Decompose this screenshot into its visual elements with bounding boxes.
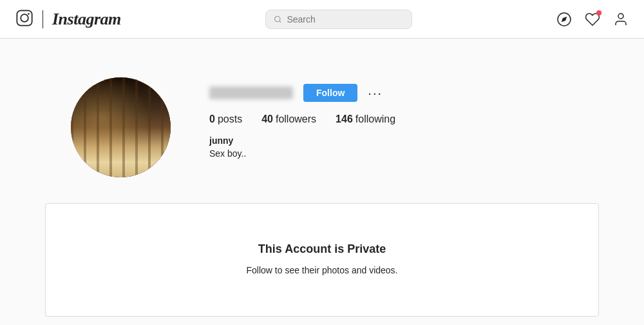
avatar-container <box>71 77 171 177</box>
username-row: Follow ··· <box>209 84 599 102</box>
svg-point-1 <box>21 14 28 22</box>
private-account-card: This Account is Private Follow to see th… <box>45 203 599 317</box>
followers-count: 40 <box>261 113 273 125</box>
svg-line-4 <box>279 21 281 22</box>
svg-marker-6 <box>562 16 567 21</box>
heart-button[interactable] <box>585 12 600 27</box>
instagram-icon <box>15 9 33 30</box>
svg-rect-0 <box>17 10 32 25</box>
search-icon <box>274 15 282 24</box>
svg-point-2 <box>28 13 30 15</box>
more-button[interactable]: ··· <box>368 86 383 101</box>
header-right <box>556 12 629 27</box>
posts-label: posts <box>218 113 242 125</box>
username-blurred <box>209 86 293 99</box>
profile-button[interactable] <box>613 12 629 27</box>
posts-count: 0 <box>209 113 215 125</box>
followers-label: followers <box>276 113 316 125</box>
profile-stats: 0 posts 40 followers 146 following <box>209 113 599 125</box>
notification-dot <box>596 10 601 15</box>
profile-section: Follow ··· 0 posts 40 followers 146 foll… <box>45 64 599 197</box>
header: Instagram <box>0 0 644 39</box>
compass-button[interactable] <box>556 12 572 27</box>
header-divider <box>43 10 43 28</box>
avatar-image <box>71 77 171 177</box>
search-input[interactable] <box>287 14 403 25</box>
private-account-title: This Account is Private <box>59 242 585 256</box>
private-account-description: Follow to see their photos and videos. <box>59 264 585 277</box>
header-center <box>121 10 556 29</box>
following-count: 146 <box>336 113 353 125</box>
main-content: Follow ··· 0 posts 40 followers 146 foll… <box>32 52 612 325</box>
follow-button[interactable]: Follow <box>303 84 357 102</box>
profile-info: Follow ··· 0 posts 40 followers 146 foll… <box>209 77 599 159</box>
person-icon <box>613 12 629 27</box>
profile-bio: Sex boy.. <box>209 148 599 159</box>
header-brand: Instagram <box>52 10 121 29</box>
svg-point-3 <box>274 16 279 21</box>
following-stat[interactable]: 146 following <box>336 113 395 125</box>
avatar <box>71 77 171 177</box>
posts-stat: 0 posts <box>209 113 242 125</box>
header-left: Instagram <box>15 9 121 30</box>
svg-point-7 <box>618 14 623 19</box>
followers-stat[interactable]: 40 followers <box>261 113 316 125</box>
search-box[interactable] <box>265 10 412 29</box>
following-label: following <box>355 113 395 125</box>
compass-icon <box>556 12 572 27</box>
profile-name: junny <box>209 135 599 146</box>
